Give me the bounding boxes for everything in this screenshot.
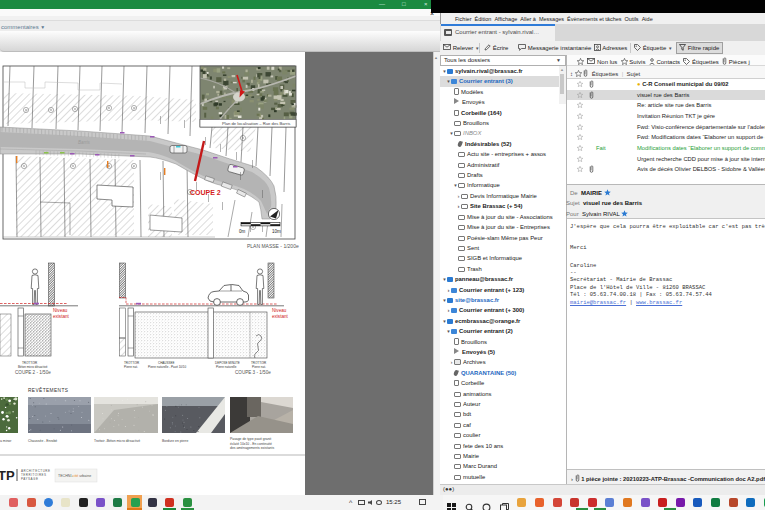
svg-text:COUPE 3 - 1/50e: COUPE 3 - 1/50e bbox=[235, 370, 271, 375]
svg-text:Pavage de type pavé granit: Pavage de type pavé granit bbox=[230, 437, 271, 441]
svg-text:COUPE 2 - 1/50e: COUPE 2 - 1/50e bbox=[15, 370, 51, 375]
svg-text:REVÊTEMENTS: REVÊTEMENTS bbox=[28, 386, 68, 393]
svg-text:Niveau: Niveau bbox=[272, 308, 287, 313]
svg-text:Pierre nat.: Pierre nat. bbox=[124, 365, 138, 369]
svg-text:Béton micro désactivé: Béton micro désactivé bbox=[18, 365, 48, 369]
svg-text:Pierre naturelle: Pierre naturelle bbox=[216, 365, 237, 369]
svg-text:TECHNI-cité urbaine: TECHNI-cité urbaine bbox=[58, 474, 91, 478]
svg-text:Pierre naturelle - Pavé 10/10: Pierre naturelle - Pavé 10/10 bbox=[148, 365, 187, 369]
svg-text:Plan de localisation – Rue des: Plan de localisation – Rue des Barris bbox=[222, 121, 290, 126]
svg-text:PLAN MASSE - 1/200e: PLAN MASSE - 1/200e bbox=[247, 243, 299, 249]
svg-text:0m: 0m bbox=[239, 229, 246, 234]
svg-text:existant: existant bbox=[53, 314, 70, 319]
svg-text:PAYSAGE: PAYSAGE bbox=[21, 477, 38, 481]
svg-text:Pierre nat.: Pierre nat. bbox=[252, 365, 266, 369]
svg-text:a minor: a minor bbox=[0, 439, 12, 443]
svg-text:existant: existant bbox=[272, 314, 289, 319]
svg-text:Barris: Barris bbox=[78, 140, 91, 145]
svg-text:10m: 10m bbox=[272, 229, 281, 234]
svg-text:Bordure en pierre: Bordure en pierre bbox=[162, 439, 189, 443]
svg-text:COUPE 2: COUPE 2 bbox=[190, 189, 221, 196]
svg-text:Chaussée - Enrobé: Chaussée - Enrobé bbox=[28, 439, 57, 443]
svg-text:Trottoir -Béton micro désactiv: Trottoir -Béton micro désactivé bbox=[94, 439, 140, 443]
svg-text:Niveau: Niveau bbox=[53, 308, 68, 313]
svg-text:TP: TP bbox=[0, 468, 15, 483]
svg-text:éclaté 10x10 - En continuité: éclaté 10x10 - En continuité bbox=[230, 442, 272, 446]
svg-text:des aménagements existants: des aménagements existants bbox=[230, 446, 274, 450]
